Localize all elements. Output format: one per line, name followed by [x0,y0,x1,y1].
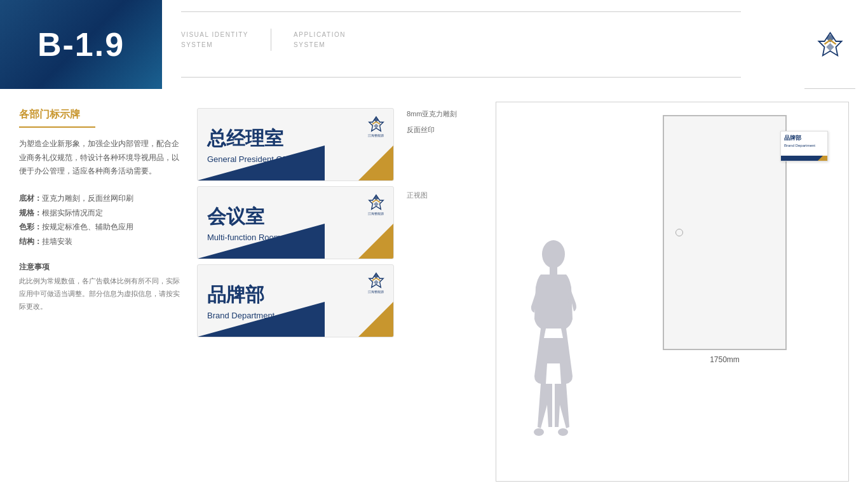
svg-rect-5 [550,267,557,274]
small-sign-en: Brand Department [784,144,824,147]
section-title-underline [19,126,95,128]
header: B-1.9 VISUAL IDENTITY SYSTEM APPLICATION… [0,0,868,89]
signs-panel: 总经理室 General President Office 江海整能源 会议室 … [197,102,394,482]
sign-blue-corner-1 [198,146,325,180]
vis-label-1: VISUAL IDENTITY [181,30,248,40]
sign-card-1: 总经理室 General President Office 江海整能源 [197,108,394,181]
main-content: 各部门标示牌 为塑造企业新形象，加强企业内部管理，配合企业商务礼仪规范，特设计各… [0,89,868,488]
sign-logo-2: 江海整能源 [365,193,387,215]
door-frame [663,115,787,350]
door-knob [675,229,683,236]
spec-item-2: 规格：根据实际情况而定 [19,206,184,220]
header-category-2: APPLICATION SYSTEM [294,30,346,50]
silhouette-figure [522,236,585,465]
logo-box: B-1.9 [0,0,162,89]
spec-item-3: 色彩：按规定标准色、辅助色应用 [19,220,184,234]
sign-card-2: 会议室 Multi-function Room 江海整能源 [197,186,394,259]
sign-logo-3: 江海整能源 [365,271,387,294]
sign-blue-corner-3 [198,302,325,337]
svg-point-7 [558,428,568,436]
app-label-2: SYSTEM [294,40,346,50]
section-title: 各部门标示牌 [19,108,184,121]
display-area: 品牌部 Brand Department 1750mm [496,102,849,482]
spec-item-1: 底材：亚克力雕刻，反面丝网印刷 [19,191,184,206]
description-text: 为塑造企业新形象，加强企业内部管理，配合企业商务礼仪规范，特设计各种环境导视用品… [19,137,184,179]
view-label: 正视图 [407,191,483,200]
info-detail-2: 反面丝印 [407,124,483,137]
left-panel: 各部门标示牌 为塑造企业新形象，加强企业内部管理，配合企业商务礼仪规范，特设计各… [19,102,184,482]
note-section: 注意事项 此比例为常规数值，各广告载体比例有所不同，实际应用中可做适当调整。部分… [19,262,184,313]
small-sign-zh: 品牌部 [784,134,824,142]
svg-point-6 [534,428,544,436]
header-category-1: VISUAL IDENTITY SYSTEM [181,30,248,50]
note-title: 注意事项 [19,262,184,273]
sign-logo-1: 江海整能源 [365,115,387,137]
small-sign-display: 品牌部 Brand Department [780,131,828,161]
info-panel: 8mm亚克力雕刻 反面丝印 正视图 [407,102,483,482]
svg-point-4 [542,240,565,268]
brand-logo-area [804,0,855,89]
door-frame-wrapper: 品牌部 Brand Department [663,115,787,350]
spec-item-4: 结构：挂墙安装 [19,234,184,249]
vis-label-2: SYSTEM [181,40,248,50]
app-label-1: APPLICATION [294,30,346,40]
sign-blue-corner-2 [198,224,325,259]
logo-text: B-1.9 [37,25,125,64]
silhouette-area [506,112,601,471]
door-display-area: 品牌部 Brand Department 1750mm [611,112,839,471]
brand-logo-icon [816,30,844,58]
specs-list: 底材：亚克力雕刻，反面丝网印刷 规格：根据实际情况而定 色彩：按规定标准色、辅助… [19,191,184,249]
info-detail-1: 8mm亚克力雕刻 [407,108,483,121]
sign-card-3: 品牌部 Brand Department 江海整能源 [197,264,394,337]
dimension-label: 1750mm [710,355,740,364]
note-text: 此比例为常规数值，各广告载体比例有所不同，实际应用中可做适当调整。部分信息为虚拟… [19,275,184,313]
